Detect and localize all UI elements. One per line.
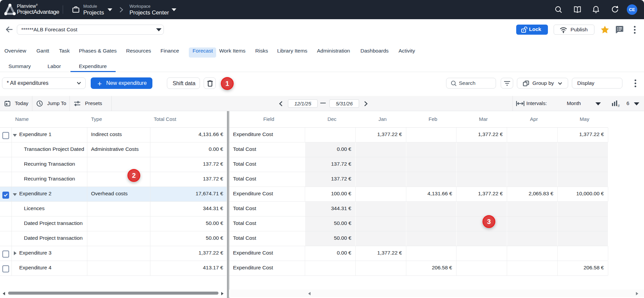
svg-text:#: # bbox=[618, 104, 620, 107]
